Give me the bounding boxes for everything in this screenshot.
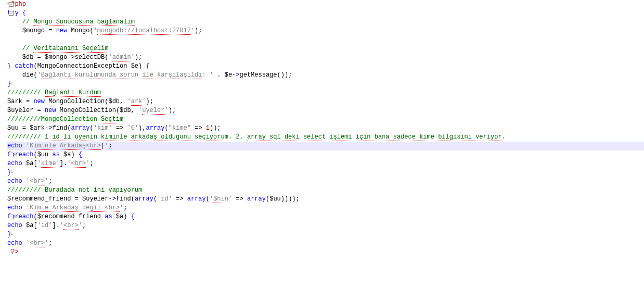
code-line[interactable]: └ ?> [7, 248, 644, 257]
string: id [161, 195, 168, 203]
number: 1 [206, 124, 210, 132]
var: $a [26, 160, 33, 167]
fold-icon[interactable]: − [7, 212, 15, 221]
quote: ' [191, 27, 195, 34]
paren: ( [116, 107, 120, 114]
keyword-new: new [45, 107, 56, 114]
code-line[interactable]: $ark = new MongoCollection($db, 'ark'); [7, 97, 644, 106]
string: <br> [63, 222, 79, 230]
code-line[interactable]: // Veritabanını Seçelim [7, 44, 644, 53]
code-line[interactable]: −foreach($uu as $a) { [7, 150, 644, 159]
quote: ' [169, 195, 172, 203]
string: kim [97, 124, 109, 132]
paren: ) [71, 151, 74, 158]
fold-icon[interactable]: − [7, 9, 15, 18]
quote: " [169, 124, 172, 132]
comment-text: . 2. [228, 133, 247, 141]
code-line[interactable]: $uu = $ark->find(array('kim' => '0'),arr… [7, 124, 644, 133]
space [22, 222, 26, 229]
code-line[interactable]: ///////// Bağlantı Kurdum [7, 89, 644, 97]
code-line[interactable]: ///////// 1 id li üyenin kiminle arkadaş… [7, 133, 644, 142]
code-line[interactable]: −<?php [7, 0, 644, 9]
code-line[interactable]: echo 'Kimle Arkadaş değil <br>'; [7, 204, 644, 212]
keyword: array [247, 195, 266, 203]
comma: , [131, 107, 138, 114]
end: ; [89, 160, 93, 167]
string: ark [131, 98, 143, 106]
end: ; [48, 178, 52, 185]
op: . [213, 71, 225, 79]
paren: ), [138, 124, 146, 132]
string: <br> [30, 178, 45, 185]
quote: ' [60, 222, 63, 229]
keyword: array [187, 195, 206, 203]
quote: ' [94, 124, 97, 132]
code-line[interactable]: $recommend_friend = $uyeler->find(array(… [7, 195, 644, 204]
code-line[interactable]: echo $a['id'].'<br>'; [7, 221, 644, 230]
code-line[interactable]: ///////// Buradada not ini yapıyorum [7, 186, 644, 195]
string: Kimle Arkadaş değil <br> [30, 204, 120, 212]
keyword-echo: echo [7, 240, 22, 247]
op: = [33, 54, 45, 61]
quote: ' [142, 98, 146, 105]
end: ); [135, 54, 142, 61]
var: $uu [269, 195, 281, 203]
op: = [33, 107, 45, 114]
quote: ' [210, 71, 213, 79]
end: ; [82, 222, 86, 229]
space [22, 142, 26, 149]
code-line[interactable]: $db = $mongo->selectDB('admin'); [7, 53, 644, 62]
string: admin [112, 54, 131, 61]
var: $db [7, 54, 33, 61]
brace: { [75, 151, 82, 158]
code-line[interactable]: } catch(MongoConnectionException $e) { [7, 62, 644, 71]
keyword: array [135, 195, 153, 203]
code-line[interactable]: die('Bağlantı kurulumunda sorun ile karş… [7, 71, 644, 80]
comment-marker: ///////// [7, 133, 45, 141]
code-line[interactable]: // Mongo Sunucusuna bağlanalım [7, 18, 644, 27]
quote: ' [37, 160, 41, 167]
code-editor[interactable]: −<?php −try { // Mongo Sunucusuna bağlan… [0, 0, 644, 257]
code-line[interactable]: $uyeler = new MongoCollection($db, 'uyel… [7, 106, 644, 115]
var: $a [26, 222, 33, 229]
string: $nin [213, 195, 228, 203]
code-line[interactable]: echo '<br>'; [7, 239, 644, 248]
code-line[interactable]: −try { [7, 9, 644, 18]
var: $e [225, 71, 232, 79]
space [22, 178, 26, 185]
fold-icon[interactable]: − [7, 0, 15, 9]
var: $recommend_friend [7, 195, 71, 203]
code-line[interactable]: echo $a['kime'].'<br>'; [7, 159, 644, 168]
op: . [56, 222, 60, 229]
code-line[interactable]: −foreach($recommend_friend as $a) { [7, 212, 644, 221]
code-line[interactable]: echo '<br>'; [7, 177, 644, 186]
op: = [19, 124, 30, 132]
paren: ( [33, 62, 37, 70]
end: )))); [281, 195, 300, 203]
brace: { [142, 62, 149, 70]
fn: find [116, 195, 131, 203]
keyword-new: new [33, 98, 45, 105]
code-line[interactable]: $mongo = new Mongo('mongodb://localhost:… [7, 27, 644, 35]
code-line[interactable] [7, 35, 644, 44]
fold-end-icon: └ [7, 80, 15, 89]
code-line[interactable]: └} [7, 80, 644, 89]
end: ); [146, 98, 153, 105]
space [22, 204, 26, 211]
var: $mongo [45, 54, 67, 61]
op: = [45, 27, 56, 34]
var: $a [116, 213, 123, 220]
string: 0 [131, 124, 135, 132]
arrow: -> [232, 71, 239, 79]
comma: , [120, 98, 127, 105]
fold-end-icon: └ [7, 230, 15, 239]
string: kime [41, 160, 56, 168]
fold-icon[interactable]: − [7, 150, 15, 159]
code-line[interactable]: └} [7, 230, 644, 239]
arrow: -> [45, 124, 52, 132]
space [56, 107, 60, 114]
code-line-active[interactable]: echo 'Kiminle Arkadaş<br>|'; [7, 142, 644, 150]
bracket: [ [33, 222, 37, 229]
code-line[interactable]: └} [7, 168, 644, 177]
code-line[interactable]: /////////MongoCollection Seçtim [7, 115, 644, 124]
